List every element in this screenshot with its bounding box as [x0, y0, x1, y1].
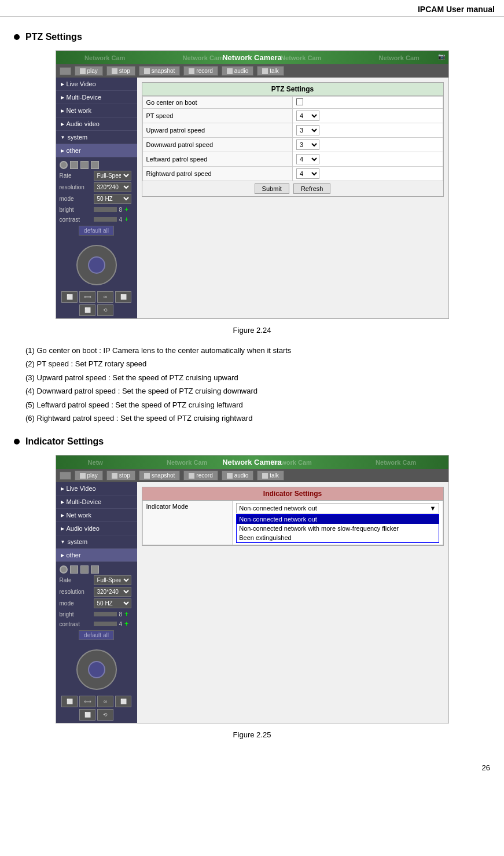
cam-btn-1[interactable]: ⬜	[61, 291, 78, 303]
talk-button[interactable]: talk	[257, 66, 284, 76]
bright-slider[interactable]	[94, 207, 117, 212]
ptz-settings-panel: PTZ Settings Go center on boot PT speed	[142, 82, 444, 197]
cam2-btn-6[interactable]: ⟲	[97, 709, 113, 721]
resolution-select-2[interactable]: 320*240	[94, 587, 131, 597]
snapshot-button[interactable]: snapshot	[139, 66, 181, 76]
indicator-select-field[interactable]: Non-connected network out ▼	[236, 503, 439, 513]
figure-2-caption: Figure 2.25	[14, 730, 490, 739]
ptz-row-value-0	[293, 97, 443, 109]
ptz-row-label-0: Go center on boot	[142, 97, 293, 109]
ptz-row-label-3: Downward patrol speed	[142, 138, 293, 152]
cam2-btn-2[interactable]: ⟺	[79, 696, 95, 707]
nav-system[interactable]: ▼ system	[56, 131, 137, 144]
snapshot-button-2[interactable]: snapshot	[139, 471, 181, 480]
talk-button-2[interactable]: talk	[257, 471, 284, 480]
indicator-table: Indicator Mode Non-connected network out…	[142, 501, 443, 545]
indicator-option-0[interactable]: Non-connected network out	[237, 515, 438, 524]
ptz-row-value-5: 4	[293, 167, 443, 181]
stop-button-2[interactable]: stop	[106, 471, 135, 480]
default-all-button-2[interactable]: default all	[79, 630, 114, 640]
submit-button[interactable]: Submit	[255, 183, 289, 194]
ptz-row-label-1: PT speed	[142, 109, 293, 123]
cam-btn-4[interactable]: ⬜	[115, 291, 131, 303]
indicator-option-2[interactable]: Been extinguished	[237, 533, 438, 542]
cam-btn-3[interactable]: ∞	[97, 291, 113, 303]
nav-network[interactable]: ▶ Net work	[56, 104, 137, 117]
ptz-camera-ui: Network CamNetwork CamNetwork CamNetwork…	[56, 50, 449, 319]
nav2-live-video[interactable]: ▶ Live Video	[56, 482, 137, 495]
indicator-dropdown-container: Non-connected network out ▼ Non-connecte…	[236, 503, 439, 543]
downward-speed-select[interactable]: 3	[296, 139, 319, 150]
cam-btn-5[interactable]: ⬜	[79, 304, 95, 316]
indicator-option-1[interactable]: Non-connected network with more slow-fre…	[237, 524, 438, 533]
bullet-1	[14, 34, 20, 40]
cam-controls: Rate Full-Speed resolution 320*240 mode …	[56, 157, 137, 241]
nav2-audio-video[interactable]: ▶ Audio video	[56, 522, 137, 535]
play-button-2[interactable]: play	[75, 471, 103, 480]
figure-1-caption: Figure 2.24	[14, 326, 490, 335]
ptz-actions: Submit Refresh	[142, 181, 443, 196]
page-footer: 26	[0, 758, 504, 778]
ptz-row-value-3: 3	[293, 138, 443, 152]
refresh-button[interactable]: Refresh	[293, 183, 331, 194]
pt-speed-select[interactable]: 4	[296, 111, 319, 121]
cam2-btn-1[interactable]: ⬜	[61, 696, 78, 707]
indicator-mode-label: Indicator Mode	[142, 501, 233, 545]
desc-item-1: (2) PT speed : Set PTZ rotary speed	[25, 357, 490, 370]
cam-header-watermark-2: NetwNetwork CamNetwork CamNetwork Cam	[56, 455, 448, 469]
bright-slider-2[interactable]	[94, 612, 117, 616]
ptz-row-value-2: 3	[293, 123, 443, 138]
cam-sidebar-2: ▶ Live Video ▶ Multi-Device ▶ Net work ▶…	[56, 482, 137, 723]
upward-speed-select[interactable]: 3	[296, 125, 319, 135]
ptz-wheel-2[interactable]	[76, 649, 117, 690]
audio-button[interactable]: audio	[222, 66, 253, 76]
indicator-camera-ui: NetwNetwork CamNetwork CamNetwork Cam Ne…	[56, 455, 449, 723]
desc-item-0: (1) Go center on boot : IP Camera lens t…	[25, 344, 490, 357]
go-center-checkbox[interactable]	[296, 98, 303, 105]
record-button[interactable]: record	[183, 66, 218, 76]
resolution-select[interactable]: 320*240	[94, 182, 131, 192]
cam2-btn-3[interactable]: ∞	[97, 696, 113, 707]
cam-main-content: PTZ Settings Go center on boot PT speed	[137, 78, 448, 318]
cam2-btn-4[interactable]: ⬜	[115, 696, 131, 707]
cam-main-content-2: Indicator Settings Indicator Mode Non-co…	[137, 482, 448, 723]
stop-button[interactable]: stop	[106, 66, 135, 76]
nav2-system[interactable]: ▼ system	[56, 535, 137, 549]
cam-btn-6[interactable]: ⟲	[97, 304, 113, 316]
cam-toolbar: play stop snapshot record audio talk	[56, 64, 448, 78]
cam-bottom-buttons-2: ⬜ ⟺ ∞ ⬜ ⬜ ⟲	[56, 693, 137, 723]
cam-header-2: NetwNetwork CamNetwork CamNetwork Cam Ne…	[56, 455, 448, 469]
rightward-speed-select[interactable]: 4	[296, 168, 319, 179]
manual-title: IPCAM User manual	[418, 5, 495, 14]
record-button-2[interactable]: record	[183, 471, 218, 480]
ptz-row-value-4: 4	[293, 152, 443, 167]
mode-select-2[interactable]: 50 HZ	[94, 598, 131, 608]
indicator-dropdown: Non-connected network out Non-connected …	[236, 514, 439, 543]
cam2-btn-5[interactable]: ⬜	[79, 709, 95, 721]
nav2-network[interactable]: ▶ Net work	[56, 509, 137, 522]
contrast-slider[interactable]	[94, 217, 117, 222]
section2-title: Indicator Settings	[25, 436, 104, 447]
table-row: Rightward patrol speed 4	[142, 167, 443, 181]
mode-select[interactable]: 50 HZ	[94, 194, 131, 204]
rate-select[interactable]: Full-Speed	[94, 171, 131, 181]
nav-multi-device[interactable]: ▶ Multi-Device	[56, 91, 137, 104]
nav-live-video[interactable]: ▶ Live Video	[56, 78, 137, 91]
nav2-other[interactable]: ▶ other	[56, 549, 137, 562]
play-button[interactable]: play	[75, 66, 103, 76]
cam-controls-2: Rate Full-Speed resolution 320*240 mode …	[56, 562, 137, 646]
nav-audio-video[interactable]: ▶ Audio video	[56, 117, 137, 131]
ptz-wheel[interactable]	[76, 245, 117, 285]
cam-btn-2[interactable]: ⟺	[79, 291, 95, 303]
audio-button-2[interactable]: audio	[222, 471, 253, 480]
rate-select-2[interactable]: Full-Speed	[94, 575, 131, 585]
desc-item-3: (4) Downward patrol speed : Set the spee…	[25, 384, 490, 398]
ptz-row-label-2: Upward patrol speed	[142, 123, 293, 138]
default-all-button[interactable]: default all	[79, 226, 114, 236]
leftward-speed-select[interactable]: 4	[296, 154, 319, 164]
nav2-multi-device[interactable]: ▶ Multi-Device	[56, 495, 137, 509]
section1-title: PTZ Settings	[25, 32, 82, 42]
nav-other[interactable]: ▶ other	[56, 144, 137, 157]
ptz-inner	[88, 256, 105, 274]
contrast-slider-2[interactable]	[94, 622, 117, 626]
